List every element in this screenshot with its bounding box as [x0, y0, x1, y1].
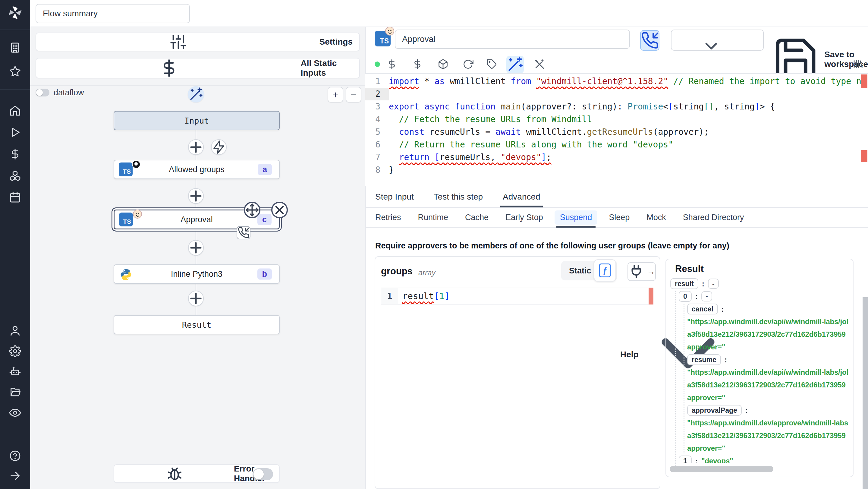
tag-icon[interactable] [487, 59, 497, 70]
tab-test-this-step[interactable]: Test this step [434, 186, 483, 207]
sidebar-item-variables[interactable] [9, 148, 21, 160]
collapse-toggle[interactable]: - [701, 291, 712, 302]
sidebar-item-favorites[interactable] [9, 65, 21, 78]
zoom-out-button[interactable]: − [346, 87, 361, 102]
sidebar-expand-button[interactable] [9, 470, 21, 482]
connect-input-button[interactable]: → [627, 262, 656, 281]
move-step-button[interactable] [244, 202, 260, 218]
tab-retries[interactable]: Retries [375, 207, 401, 227]
code-line[interactable]: 8} [365, 164, 868, 176]
result-horizontal-scrollbar[interactable] [670, 466, 773, 472]
tab-advanced[interactable]: Advanced [503, 186, 540, 207]
code-line[interactable]: 5 const resumeUrls = await wmillClient.g… [365, 126, 868, 139]
library-panel-button[interactable] [852, 59, 863, 70]
sidebar-item-resources[interactable] [9, 170, 21, 182]
json-key[interactable]: 1 [679, 456, 692, 463]
error-ruler-mark [861, 150, 867, 162]
dollar-icon [412, 59, 423, 70]
add-step-button[interactable] [188, 188, 204, 204]
add-step-button[interactable] [188, 291, 204, 306]
workspace-script-select[interactable] [671, 30, 764, 51]
ai-assist-button[interactable] [506, 56, 524, 73]
flow-node-inline-python[interactable]: Inline Python3 b [114, 265, 280, 284]
step-id-badge: a [258, 164, 272, 175]
code-token: "devops" [501, 152, 541, 162]
add-step-button[interactable] [188, 139, 204, 155]
code-line[interactable]: 4 // Fetch the resume URLs from Windmill [365, 113, 868, 126]
json-value: "https://app.windmill.dev/api/w/windmill… [687, 317, 848, 326]
tab-suspend[interactable]: Suspend [560, 207, 592, 227]
step-name-input[interactable] [395, 30, 630, 49]
add-trigger-button[interactable] [211, 139, 227, 155]
code-line[interactable]: 1import * as wmillClient from "windmill-… [365, 75, 868, 88]
sidebar-item-home[interactable] [9, 104, 21, 117]
code-line[interactable]: 7 return [resumeUrls, "devops"]; [365, 151, 868, 164]
sidebar-item-help[interactable] [9, 450, 21, 462]
code-token: 1 [439, 291, 444, 301]
flow-summary-input[interactable] [36, 4, 190, 23]
error-ruler-mark [861, 74, 867, 88]
ai-step-wand-button[interactable] [188, 86, 204, 102]
code-token: import [389, 76, 419, 86]
collapse-toggle[interactable]: - [708, 279, 719, 289]
sidebar-item-schedules[interactable] [9, 191, 21, 204]
result-tree-row: 1:"devops" [670, 455, 848, 463]
sidebar-item-settings[interactable] [9, 345, 21, 357]
error-handler-node[interactable]: Error Handler [114, 464, 280, 483]
zoom-in-button[interactable]: + [328, 87, 343, 102]
delete-step-button[interactable] [271, 202, 288, 218]
tab-sleep[interactable]: Sleep [609, 207, 629, 227]
tab-shared-directory[interactable]: Shared Directory [683, 207, 744, 227]
tab-step-input[interactable]: Step Input [375, 186, 414, 207]
sidebar-item-users[interactable] [9, 325, 21, 337]
code-line[interactable]: 2 [365, 88, 868, 100]
groups-expression-editor[interactable]: 1 result[1] [381, 287, 653, 305]
sliders-icon [43, 33, 314, 51]
python-icon [119, 268, 133, 281]
reload-icon[interactable] [463, 59, 473, 70]
flow-node-result[interactable]: Result [114, 315, 280, 334]
json-key[interactable]: resume [687, 354, 721, 365]
face-emoji-icon [133, 210, 142, 219]
tab-runtime[interactable]: Runtime [418, 207, 448, 227]
code-token: wmillClient. [521, 127, 587, 137]
json-key[interactable]: approvalPage [687, 405, 742, 416]
sidebar-item-runs[interactable] [9, 126, 21, 139]
all-static-inputs-button[interactable]: All Static Inputs [36, 58, 360, 79]
sidebar-item-workers[interactable] [9, 366, 21, 378]
flow-node-allowed-groups[interactable]: TS Allowed groups a [114, 160, 280, 179]
resources-dollar-icon[interactable] [412, 59, 423, 70]
sidebar-item-audit[interactable] [9, 407, 21, 419]
user-icon [9, 325, 21, 337]
json-key[interactable]: 0 [679, 291, 692, 302]
suspend-phone-badge[interactable] [237, 226, 250, 239]
sidebar-item-workspace[interactable] [9, 41, 21, 54]
error-handler-toggle[interactable] [253, 468, 273, 480]
code-line[interactable]: 3export async function main(approver?: s… [365, 100, 868, 113]
code-line[interactable]: 6 // Return the resume URLs along with t… [365, 139, 868, 151]
windmill-logo-icon[interactable] [7, 5, 23, 21]
tab-mock[interactable]: Mock [647, 207, 666, 227]
panel-vertical-scrollbar[interactable] [863, 297, 868, 489]
add-step-button[interactable] [188, 240, 204, 256]
code-editor[interactable]: 1import * as wmillClient from "windmill-… [365, 73, 868, 186]
line-number: 7 [365, 151, 389, 164]
function-mode-button[interactable]: f [594, 259, 616, 282]
wand-sparkles-icon [188, 87, 204, 102]
code-token [668, 76, 673, 86]
flow-settings-button[interactable]: Settings [36, 33, 360, 51]
json-key[interactable]: cancel [687, 304, 718, 314]
flow-node-input[interactable]: Input [114, 111, 280, 130]
sidebar-item-folders[interactable] [9, 386, 21, 398]
package-icon[interactable] [438, 59, 448, 70]
json-key[interactable]: result [670, 278, 698, 289]
code-token: ; [547, 152, 552, 162]
variables-icon[interactable] [386, 59, 397, 70]
node-label: Result [182, 320, 212, 330]
tab-cache[interactable]: Cache [465, 207, 489, 227]
play-icon [9, 126, 21, 139]
dataflow-toggle[interactable] [36, 89, 50, 96]
tab-early-stop[interactable]: Early Stop [505, 207, 543, 227]
ai-off-button[interactable] [534, 59, 545, 70]
suspend-phone-button[interactable] [640, 30, 659, 51]
